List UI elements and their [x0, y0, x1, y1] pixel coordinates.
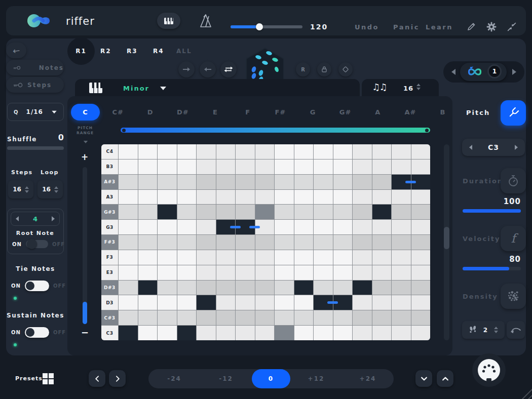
note-option-B[interactable]: B — [427, 104, 459, 121]
grid-cell-C3-2[interactable] — [138, 326, 158, 340]
transpose-option-+12[interactable]: +12 — [290, 369, 342, 388]
grid-cell-F3-16[interactable] — [411, 250, 431, 265]
zoom-out-button[interactable]: − — [81, 327, 89, 338]
grid-cell-G3-2[interactable] — [138, 220, 158, 234]
quantize-dropdown[interactable]: Q 1/16 — [7, 103, 64, 121]
loop-next-icon[interactable] — [512, 69, 516, 75]
grid-cell-E3-5[interactable] — [197, 265, 216, 280]
grid-cell-D3-13[interactable] — [353, 295, 372, 310]
grid-cell-A#3-5[interactable] — [197, 175, 216, 189]
grid-cell-F3-15[interactable] — [392, 250, 411, 265]
grid-cell-F#3-16[interactable] — [411, 235, 431, 250]
note-option-A[interactable]: A — [362, 104, 394, 121]
pitch-range-slider[interactable] — [121, 128, 430, 133]
grid-cell-B3-8[interactable] — [255, 159, 275, 174]
grid-cell-C3-13[interactable] — [353, 326, 372, 340]
grid-cell-A#3-1[interactable] — [119, 175, 138, 189]
grid-cell-G#3-16[interactable] — [411, 205, 431, 219]
grid-cell-E3-12[interactable] — [333, 265, 353, 280]
grid-cell-A#3-6[interactable] — [216, 175, 236, 189]
grid-cell-D#3-12[interactable] — [333, 281, 353, 295]
grid-cell-E3-16[interactable] — [411, 265, 431, 280]
grid-cell-A#3-10[interactable] — [294, 175, 314, 189]
notes-mode-button[interactable]: Notes — [6, 60, 64, 75]
grid-cell-C#3-4[interactable] — [177, 310, 197, 325]
grid-cell-C3-6[interactable] — [216, 326, 236, 340]
note-option-A#[interactable]: A# — [394, 104, 427, 121]
grid-cell-C4-3[interactable] — [158, 144, 177, 159]
grid-cell-F#3-12[interactable] — [333, 235, 353, 250]
grid-cell-G3-6-note[interactable] — [216, 220, 236, 234]
grid-cell-E3-14[interactable] — [372, 265, 392, 280]
grid-cell-F3-8[interactable] — [255, 250, 275, 265]
grid-cell-C4-11[interactable] — [314, 144, 333, 159]
grid-cell-B3-14[interactable] — [372, 159, 392, 174]
grid-cell-F#3-7[interactable] — [236, 235, 255, 250]
steps-count-stepper[interactable]: 16 — [8, 180, 33, 198]
grid-cell-G3-3[interactable] — [158, 220, 177, 234]
bpm-slider[interactable] — [231, 25, 302, 28]
grid-cell-E3-6[interactable] — [216, 265, 236, 280]
grid-cell-B3-13[interactable] — [353, 159, 372, 174]
scale-selector-tab[interactable]: Minor — [75, 79, 360, 97]
grid-cell-C3-10[interactable] — [294, 326, 314, 340]
pitch-note-selector[interactable]: C3 — [462, 139, 525, 156]
grid-cell-G#3-2[interactable] — [138, 205, 158, 219]
grid-cell-A#3-14[interactable] — [372, 175, 392, 189]
grid-cell-F#3-15[interactable] — [392, 235, 411, 250]
grid-cell-D3-10[interactable] — [294, 295, 314, 310]
grid-cell-G#3-12[interactable] — [333, 205, 353, 219]
grid-cell-B3-11[interactable] — [314, 159, 333, 174]
reset-button[interactable] — [507, 321, 525, 339]
grid-cell-G3-7-note[interactable] — [236, 220, 255, 234]
metronome-icon[interactable] — [198, 13, 214, 29]
grid-cell-G3-9[interactable] — [275, 220, 294, 234]
grid-cell-E3-1[interactable] — [119, 265, 138, 280]
grid-cell-A3-1[interactable] — [119, 190, 138, 205]
grid-cell-D3-7[interactable] — [236, 295, 255, 310]
grid-cell-D3-11-note[interactable] — [314, 295, 333, 310]
grid-cell-D3-15[interactable] — [392, 295, 411, 310]
prev-note-icon[interactable] — [469, 145, 472, 150]
keyboard-toggle-button[interactable] — [157, 13, 180, 29]
grid-cell-F3-7[interactable] — [236, 250, 255, 265]
grid-cell-C4-13[interactable] — [353, 144, 372, 159]
transpose-option--12[interactable]: -12 — [200, 369, 252, 388]
grid-cell-G#3-7[interactable] — [236, 205, 255, 219]
grid-cell-A#3-3[interactable] — [158, 175, 177, 189]
loop-count-badge[interactable]: 1 — [487, 64, 502, 78]
grid-cell-C3-9-ghost[interactable] — [275, 326, 294, 340]
grid-cell-C#3-10[interactable] — [294, 310, 314, 325]
grid-cell-G#3-13[interactable] — [353, 205, 372, 219]
grid-cell-C#3-8[interactable] — [255, 310, 275, 325]
grid-cell-D#3-5[interactable] — [197, 281, 216, 295]
grid-cell-A3-6[interactable] — [216, 190, 236, 205]
duration-button[interactable] — [501, 168, 526, 193]
grid-cell-A3-16[interactable] — [411, 190, 431, 205]
grid-cell-G3-5[interactable] — [197, 220, 216, 234]
grid-cell-A3-7[interactable] — [236, 190, 255, 205]
grid-cell-F3-9[interactable] — [275, 250, 294, 265]
tab-r3[interactable]: R3 — [127, 48, 138, 55]
grid-cell-C4-6[interactable] — [216, 144, 236, 159]
grid-cell-G3-15[interactable] — [392, 220, 411, 234]
grid-cell-D#3-13-note[interactable] — [353, 281, 372, 295]
root-note-toggle[interactable] — [26, 240, 48, 248]
grid-cell-C4-15[interactable] — [392, 144, 411, 159]
grid-cell-G3-11[interactable] — [314, 220, 333, 234]
panic-button[interactable]: Panic — [393, 23, 420, 31]
shuffle-slider[interactable] — [7, 146, 64, 150]
grid-cell-E3-15[interactable] — [392, 265, 411, 280]
grid-cell-C3-11[interactable] — [314, 326, 333, 340]
grid-cell-C#3-5[interactable] — [197, 310, 216, 325]
grid-cell-C#3-7[interactable] — [236, 310, 255, 325]
grid-cell-A3-10[interactable] — [294, 190, 314, 205]
shift-right-button[interactable] — [178, 61, 195, 77]
duration-slider[interactable] — [463, 209, 521, 213]
grid-cell-G#3-5[interactable] — [197, 205, 216, 219]
next-icon[interactable] — [52, 216, 55, 221]
grid-cell-C#3-16[interactable] — [411, 310, 431, 325]
grid-cell-A#3-16-note[interactable] — [411, 175, 431, 189]
grid-cell-F#3-14[interactable] — [372, 235, 392, 250]
retrigger-button[interactable]: R — [296, 62, 310, 76]
